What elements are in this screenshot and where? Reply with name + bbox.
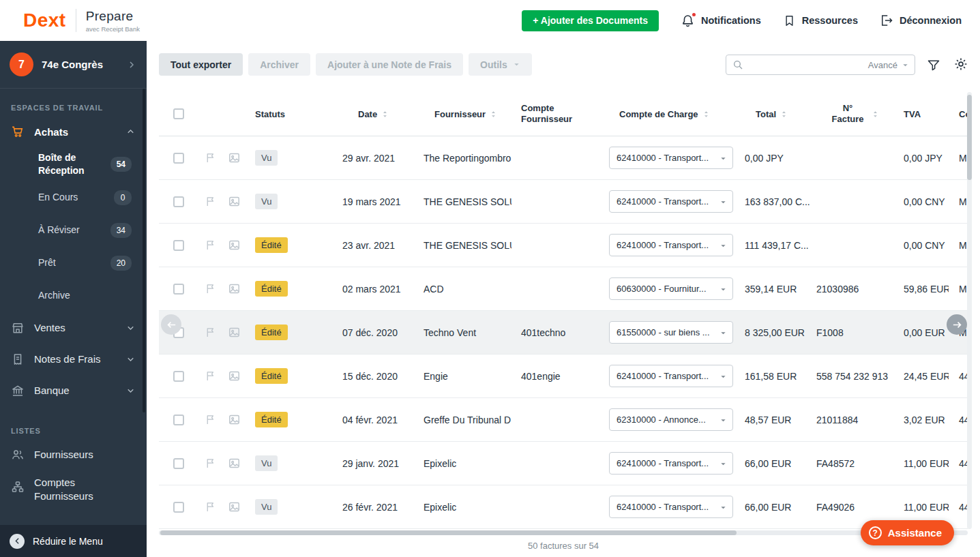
- charge-account-select[interactable]: 62410000 - Transport...: [609, 190, 733, 213]
- flag-icon[interactable]: [205, 457, 216, 469]
- image-preview-icon[interactable]: [228, 282, 241, 295]
- chevron-down-icon: [719, 373, 727, 380]
- image-preview-icon[interactable]: [228, 413, 241, 426]
- charge-account-cell: 62410000 - Transport...: [595, 234, 739, 256]
- row-checkbox[interactable]: [173, 415, 184, 425]
- row-checkbox[interactable]: [173, 153, 184, 164]
- table-row[interactable]: Vu 29 avr. 2021 The Reportingombro... 62…: [159, 136, 968, 180]
- app-header: Dext Prepare avec Receipt Bank + Ajouter…: [0, 0, 980, 41]
- total-cell: 111 439,17 C...: [739, 240, 810, 251]
- column-header-fournisseur[interactable]: Fournisseur: [414, 109, 511, 119]
- table-row[interactable]: Édité 07 déc. 2020 Techno Vent 401techno…: [159, 311, 968, 355]
- flag-icon[interactable]: [205, 283, 216, 295]
- row-checkbox[interactable]: [173, 240, 184, 251]
- charge-account-select[interactable]: 62410000 - Transport...: [609, 365, 733, 387]
- image-preview-icon[interactable]: [228, 239, 241, 252]
- sidebar-scrollbar[interactable]: [143, 89, 145, 412]
- sidebar-item-banque[interactable]: Banque: [0, 375, 147, 406]
- flag-icon[interactable]: [205, 239, 216, 251]
- vertical-scrollbar[interactable]: [967, 92, 972, 529]
- sidebar-item-boite-de-reception[interactable]: Boîte de Réception 54: [0, 147, 147, 181]
- column-header-clipped[interactable]: Co: [949, 109, 968, 119]
- row-checkbox[interactable]: [173, 284, 184, 295]
- filter-icon[interactable]: [927, 58, 940, 72]
- advanced-search-button[interactable]: Avancé: [861, 60, 909, 70]
- resources-button[interactable]: Ressources: [783, 14, 858, 27]
- column-header-compte-de-charge[interactable]: Compte de Charge: [595, 109, 739, 119]
- row-checkbox[interactable]: [173, 502, 184, 513]
- select-all-checkbox[interactable]: [173, 108, 184, 119]
- table-row[interactable]: Vu 26 févr. 2021 Epixelic 62410000 - Tra…: [159, 485, 968, 529]
- sidebar-item-ventes[interactable]: Ventes: [0, 312, 147, 344]
- flag-icon[interactable]: [205, 327, 216, 338]
- row-checkbox[interactable]: [173, 371, 184, 382]
- column-header-date[interactable]: Date: [333, 109, 414, 119]
- org-switcher[interactable]: 7 74e Congrès: [0, 41, 147, 89]
- collapse-menu-button[interactable]: Réduire le Menu: [0, 525, 147, 557]
- table-row[interactable]: Édité 15 déc. 2020 Engie 401engie 624100…: [159, 355, 968, 398]
- invoice-number-cell: 21011884: [810, 415, 897, 425]
- table-row[interactable]: Vu 19 mars 2021 THE GENESIS SOLU... 6241…: [159, 180, 968, 224]
- gear-icon[interactable]: [953, 57, 968, 72]
- column-header-compte-fournisseur[interactable]: Compte Fournisseur: [511, 103, 595, 124]
- total-cell: 66,00 EUR: [739, 502, 810, 513]
- sidebar-item-achats[interactable]: Achats: [0, 116, 147, 147]
- archive-button[interactable]: Archiver: [248, 53, 310, 76]
- flag-icon[interactable]: [205, 501, 216, 513]
- charge-account-select[interactable]: 62410000 - Transport...: [609, 147, 733, 169]
- clipped-cell: 44: [949, 502, 968, 513]
- previous-page-button[interactable]: [161, 314, 181, 335]
- add-documents-button[interactable]: + Ajouter des Documents: [522, 10, 659, 31]
- vertical-scrollbar-thumb[interactable]: [967, 95, 972, 180]
- charge-account-select[interactable]: 62410000 - Transport...: [609, 452, 733, 475]
- sidebar-item-archive[interactable]: Archive: [0, 280, 147, 312]
- sidebar-item-a-reviser[interactable]: À Réviser 34: [0, 214, 147, 247]
- image-preview-icon[interactable]: [228, 370, 241, 382]
- image-preview-icon[interactable]: [228, 500, 241, 513]
- tva-cell: 0,00 CNY: [897, 196, 949, 207]
- sidebar-item-comptes-fournisseurs[interactable]: Comptes Fournisseurs: [0, 470, 147, 511]
- flag-icon[interactable]: [205, 152, 216, 164]
- charge-account-cell: 62410000 - Transport...: [595, 496, 739, 518]
- column-header-total[interactable]: Total: [739, 109, 810, 119]
- tools-dropdown-button[interactable]: Outils: [469, 53, 532, 76]
- column-header-numero-facture[interactable]: N° Facture: [810, 103, 897, 125]
- table-row[interactable]: Édité 23 avr. 2021 THE GENESIS SOLU... 6…: [159, 224, 968, 267]
- flag-icon[interactable]: [205, 196, 216, 207]
- achats-label: Achats: [34, 126, 68, 138]
- charge-account-select[interactable]: 62410000 - Transport...: [609, 234, 733, 256]
- sidebar-item-fournisseurs[interactable]: Fournisseurs: [0, 439, 147, 470]
- date-cell: 23 avr. 2021: [333, 240, 414, 251]
- sidebar-item-pret[interactable]: Prêt 20: [0, 247, 147, 280]
- row-checkbox[interactable]: [173, 458, 184, 469]
- horizontal-scrollbar[interactable]: [159, 530, 968, 535]
- notifications-button[interactable]: Notifications: [681, 14, 761, 28]
- sidebar-item-en-cours[interactable]: En Cours 0: [0, 181, 147, 214]
- column-header-statuts[interactable]: Statuts: [246, 109, 333, 119]
- image-preview-icon[interactable]: [228, 457, 241, 470]
- sidebar-item-notes-de-frais[interactable]: Notes de Frais: [0, 344, 147, 375]
- banque-label: Banque: [34, 385, 70, 396]
- image-preview-icon[interactable]: [228, 326, 241, 339]
- export-all-button[interactable]: Tout exporter: [159, 53, 243, 76]
- results-count: 50 factures sur 54: [159, 541, 968, 551]
- assistance-button[interactable]: ? Assistance: [861, 520, 954, 545]
- table-row[interactable]: Vu 29 janv. 2021 Epixelic 62410000 - Tra…: [159, 442, 968, 485]
- charge-account-select[interactable]: 62310000 - Annonce...: [609, 408, 733, 431]
- row-checkbox[interactable]: [173, 196, 184, 207]
- charge-account-select[interactable]: 60630000 - Fournitur...: [609, 277, 733, 300]
- next-page-button[interactable]: [947, 314, 967, 335]
- image-preview-icon[interactable]: [228, 151, 241, 164]
- image-preview-icon[interactable]: [228, 195, 241, 208]
- table-row[interactable]: Édité 02 mars 2021 ACD 60630000 - Fourni…: [159, 267, 968, 311]
- charge-account-select[interactable]: 62410000 - Transport...: [609, 496, 733, 518]
- charge-account-select[interactable]: 61550000 - sur biens ...: [609, 321, 733, 344]
- flag-icon[interactable]: [205, 414, 216, 425]
- table-row[interactable]: Édité 04 févr. 2021 Greffe Du Tribunal D…: [159, 398, 968, 442]
- horizontal-scrollbar-thumb[interactable]: [160, 530, 737, 535]
- column-header-tva[interactable]: TVA: [897, 109, 949, 119]
- add-to-expense-report-button[interactable]: Ajouter à une Note de Frais: [316, 53, 463, 76]
- logout-button[interactable]: Déconnexion: [880, 14, 962, 27]
- search-input[interactable]: [748, 60, 861, 70]
- flag-icon[interactable]: [205, 370, 216, 382]
